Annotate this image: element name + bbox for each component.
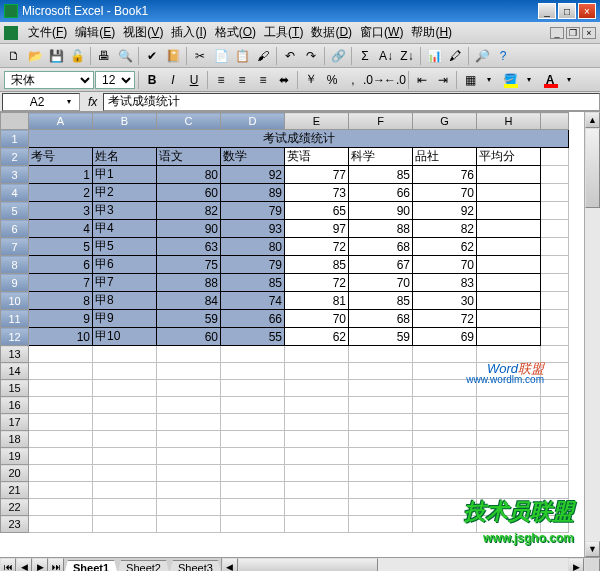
cell-B2[interactable]: 姓名 [93,148,157,166]
comma-button[interactable]: , [343,70,363,90]
currency-button[interactable]: ￥ [301,70,321,90]
cell-H5[interactable] [477,202,541,220]
autosum-icon[interactable]: Σ [355,46,375,66]
cell-D20[interactable] [221,465,285,482]
cell-E2[interactable]: 英语 [285,148,349,166]
cell-D10[interactable]: 74 [221,292,285,310]
worksheet-grid[interactable]: ABCDEFGH1考试成绩统计2考号姓名语文数学英语科学品社平均分31甲1809… [0,112,584,557]
row-header-17[interactable]: 17 [1,414,29,431]
decrease-indent-button[interactable]: ⇤ [412,70,432,90]
cell-H11[interactable] [477,310,541,328]
zoom-icon[interactable]: 🔎 [472,46,492,66]
cell-E8[interactable]: 85 [285,256,349,274]
vertical-scrollbar[interactable]: ▲ ▼ [584,112,600,557]
cell-B6[interactable]: 甲4 [93,220,157,238]
sheet-tab-sheet3[interactable]: Sheet3 [169,560,222,571]
cell-E19[interactable] [285,448,349,465]
open-icon[interactable]: 📂 [25,46,45,66]
select-all-corner[interactable] [1,113,29,130]
app-menu-icon[interactable] [4,26,18,40]
scroll-right-icon[interactable]: ▶ [568,558,584,571]
cell-edge-9[interactable] [541,274,569,292]
cell-D15[interactable] [221,380,285,397]
cell-H10[interactable] [477,292,541,310]
cell-edge-15[interactable] [541,380,569,397]
cell-F9[interactable]: 70 [349,274,413,292]
cell-D11[interactable]: 66 [221,310,285,328]
hyperlink-icon[interactable]: 🔗 [328,46,348,66]
cell-F20[interactable] [349,465,413,482]
cell-H7[interactable] [477,238,541,256]
cell-G6[interactable]: 82 [413,220,477,238]
cell-C8[interactable]: 75 [157,256,221,274]
cell-F22[interactable] [349,499,413,516]
fx-button[interactable]: fx [82,95,103,109]
undo-icon[interactable]: ↶ [280,46,300,66]
cell-C22[interactable] [157,499,221,516]
cell-E21[interactable] [285,482,349,499]
cell-H8[interactable] [477,256,541,274]
cell-A16[interactable] [29,397,93,414]
cell-F16[interactable] [349,397,413,414]
cell-F18[interactable] [349,431,413,448]
cell-H6[interactable] [477,220,541,238]
cell-E16[interactable] [285,397,349,414]
cell-B11[interactable]: 甲9 [93,310,157,328]
cell-C6[interactable]: 90 [157,220,221,238]
cell-F10[interactable]: 85 [349,292,413,310]
cell-edge-8[interactable] [541,256,569,274]
row-header-13[interactable]: 13 [1,346,29,363]
cell-edge-17[interactable] [541,414,569,431]
cell-C14[interactable] [157,363,221,380]
cell-edge-7[interactable] [541,238,569,256]
cell-D13[interactable] [221,346,285,363]
row-header-20[interactable]: 20 [1,465,29,482]
row-header-2[interactable]: 2 [1,148,29,166]
cell-A13[interactable] [29,346,93,363]
cell-F19[interactable] [349,448,413,465]
cell-F23[interactable] [349,516,413,533]
sheet-tab-sheet1[interactable]: Sheet1 [64,560,118,571]
font-color-dropdown[interactable]: ▾ [559,70,579,90]
cell-edge-21[interactable] [541,482,569,499]
menu-i[interactable]: 插入(I) [167,23,210,41]
cell-H22[interactable] [477,499,541,516]
align-right-button[interactable]: ≡ [253,70,273,90]
cell-B7[interactable]: 甲5 [93,238,157,256]
cell-F8[interactable]: 67 [349,256,413,274]
paste-icon[interactable]: 📋 [232,46,252,66]
cell-A17[interactable] [29,414,93,431]
row-header-6[interactable]: 6 [1,220,29,238]
borders-button[interactable]: ▦ [460,70,480,90]
cell-A14[interactable] [29,363,93,380]
cell-H17[interactable] [477,414,541,431]
save-icon[interactable]: 💾 [46,46,66,66]
cell-B20[interactable] [93,465,157,482]
sort-asc-icon[interactable]: A↓ [376,46,396,66]
cell-F4[interactable]: 66 [349,184,413,202]
close-button[interactable]: × [578,3,596,19]
cell-F12[interactable]: 59 [349,328,413,346]
cell-E23[interactable] [285,516,349,533]
decrease-decimal-button[interactable]: ←.0 [385,70,405,90]
fill-color-dropdown[interactable]: ▾ [519,70,539,90]
drawing-icon[interactable]: 🖍 [445,46,465,66]
row-header-23[interactable]: 23 [1,516,29,533]
cell-A15[interactable] [29,380,93,397]
increase-decimal-button[interactable]: .0→ [364,70,384,90]
menu-d[interactable]: 数据(D) [307,23,356,41]
row-header-12[interactable]: 12 [1,328,29,346]
cell-D17[interactable] [221,414,285,431]
cell-E5[interactable]: 65 [285,202,349,220]
cell-edge-3[interactable] [541,166,569,184]
col-header-edge[interactable] [541,113,569,130]
redo-icon[interactable]: ↷ [301,46,321,66]
cell-H13[interactable] [477,346,541,363]
cell-B21[interactable] [93,482,157,499]
cell-edge-10[interactable] [541,292,569,310]
menu-o[interactable]: 格式(O) [211,23,260,41]
cell-edge-16[interactable] [541,397,569,414]
cell-D21[interactable] [221,482,285,499]
horizontal-scrollbar[interactable]: ◀ ▶ [221,558,584,571]
cell-E6[interactable]: 97 [285,220,349,238]
